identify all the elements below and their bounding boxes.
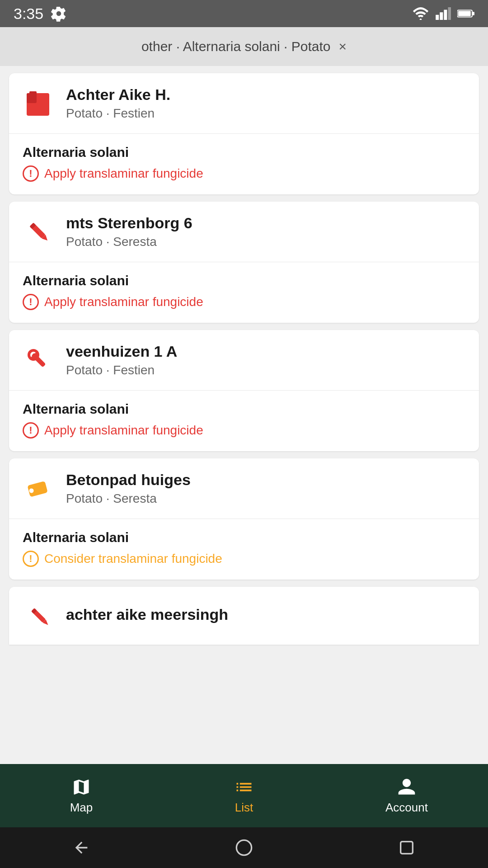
card-veenhuizen[interactable]: veenhuizen 1 A Potato · Festien Alternar… bbox=[9, 330, 479, 451]
advice-row: ! Consider translaminar fungicide bbox=[23, 551, 465, 567]
advice-text: Consider translaminar fungicide bbox=[44, 552, 222, 566]
account-label: Account bbox=[385, 801, 428, 815]
card-info: mts Sterenborg 6 Potato · Seresta bbox=[66, 214, 465, 249]
alert-icon: ! bbox=[23, 294, 39, 310]
card-body: Alternaria solani ! Consider translamina… bbox=[9, 519, 479, 580]
field-icon bbox=[23, 472, 55, 505]
nav-item-account[interactable]: Account bbox=[325, 777, 488, 815]
android-nav bbox=[0, 827, 488, 868]
field-name: mts Sterenborg 6 bbox=[66, 214, 465, 232]
alert-icon: ! bbox=[23, 422, 39, 439]
home-button[interactable] bbox=[233, 836, 255, 859]
svg-rect-3 bbox=[448, 7, 451, 20]
disease-name: Alternaria solani bbox=[23, 273, 465, 288]
card-body: Alternaria solani ! Apply translaminar f… bbox=[9, 262, 479, 323]
field-sub: Potato · Seresta bbox=[66, 491, 465, 506]
card-body: Alternaria solani ! Apply translaminar f… bbox=[9, 134, 479, 194]
card-info: achter aike meersingh bbox=[66, 606, 465, 626]
back-button[interactable] bbox=[70, 836, 93, 859]
list-label: List bbox=[235, 801, 253, 815]
alert-icon: ! bbox=[23, 165, 39, 182]
advice-text: Apply translaminar fungicide bbox=[44, 166, 203, 181]
card-header: mts Sterenborg 6 Potato · Seresta bbox=[9, 202, 479, 262]
advice-row: ! Apply translaminar fungicide bbox=[23, 422, 465, 439]
account-icon bbox=[397, 777, 417, 797]
card-info: Betonpad huiges Potato · Seresta bbox=[66, 471, 465, 506]
card-header: achter aike meersingh bbox=[9, 587, 479, 645]
card-achter-aike[interactable]: Achter Aike H. Potato · Festien Alternar… bbox=[9, 73, 479, 194]
advice-row: ! Apply translaminar fungicide bbox=[23, 294, 465, 310]
advice-text: Apply translaminar fungicide bbox=[44, 423, 203, 438]
field-name: Betonpad huiges bbox=[66, 471, 465, 489]
disease-name: Alternaria solani bbox=[23, 145, 465, 160]
field-name: achter aike meersingh bbox=[66, 606, 465, 623]
card-header: veenhuizen 1 A Potato · Festien bbox=[9, 330, 479, 391]
field-icon bbox=[23, 599, 55, 632]
svg-point-21 bbox=[236, 840, 251, 855]
wifi-icon bbox=[412, 7, 429, 20]
field-sub: Potato · Festien bbox=[66, 363, 465, 377]
status-time: 3:35 bbox=[14, 5, 43, 23]
card-header: Betonpad huiges Potato · Seresta bbox=[9, 458, 479, 519]
alert-icon: ! bbox=[23, 551, 39, 567]
field-name: Achter Aike H. bbox=[66, 86, 465, 104]
svg-rect-9 bbox=[29, 91, 37, 96]
disease-name: Alternaria solani bbox=[23, 401, 465, 417]
filter-bar: other · Alternaria solani · Potato × bbox=[0, 27, 488, 66]
field-name: veenhuizen 1 A bbox=[66, 343, 465, 360]
battery-icon bbox=[457, 9, 474, 19]
field-icon bbox=[23, 344, 55, 377]
gear-icon bbox=[51, 5, 67, 22]
card-info: Achter Aike H. Potato · Festien bbox=[66, 86, 465, 121]
field-icon bbox=[23, 216, 55, 248]
svg-rect-5 bbox=[458, 11, 471, 16]
signal-icon bbox=[436, 7, 451, 20]
card-body: Alternaria solani ! Apply translaminar f… bbox=[9, 391, 479, 451]
content-list: Achter Aike H. Potato · Festien Alternar… bbox=[0, 66, 488, 764]
nav-item-map[interactable]: Map bbox=[0, 777, 163, 815]
card-header: Achter Aike H. Potato · Festien bbox=[9, 73, 479, 134]
field-sub: Potato · Seresta bbox=[66, 235, 465, 249]
advice-text: Apply translaminar fungicide bbox=[44, 295, 203, 309]
bottom-nav: Map List Account bbox=[0, 764, 488, 827]
advice-row: ! Apply translaminar fungicide bbox=[23, 165, 465, 182]
svg-rect-0 bbox=[436, 15, 439, 20]
recents-button[interactable] bbox=[395, 836, 418, 859]
status-icons bbox=[412, 7, 474, 20]
map-label: Map bbox=[70, 801, 93, 815]
filter-close-button[interactable]: × bbox=[339, 39, 347, 54]
svg-rect-2 bbox=[444, 10, 447, 20]
field-sub: Potato · Festien bbox=[66, 106, 465, 121]
filter-text: other · Alternaria solani · Potato bbox=[141, 39, 331, 54]
svg-rect-1 bbox=[440, 12, 443, 20]
card-sterenborg[interactable]: mts Sterenborg 6 Potato · Seresta Altern… bbox=[9, 202, 479, 323]
svg-rect-6 bbox=[472, 12, 474, 15]
card-info: veenhuizen 1 A Potato · Festien bbox=[66, 343, 465, 377]
list-icon bbox=[234, 777, 254, 797]
svg-rect-22 bbox=[401, 842, 413, 854]
status-bar: 3:35 bbox=[0, 0, 488, 27]
field-icon bbox=[23, 87, 55, 120]
card-partial[interactable]: achter aike meersingh bbox=[9, 587, 479, 645]
nav-item-list[interactable]: List bbox=[163, 777, 325, 815]
card-betonpad[interactable]: Betonpad huiges Potato · Seresta Alterna… bbox=[9, 458, 479, 580]
disease-name: Alternaria solani bbox=[23, 530, 465, 545]
map-icon bbox=[71, 777, 91, 797]
